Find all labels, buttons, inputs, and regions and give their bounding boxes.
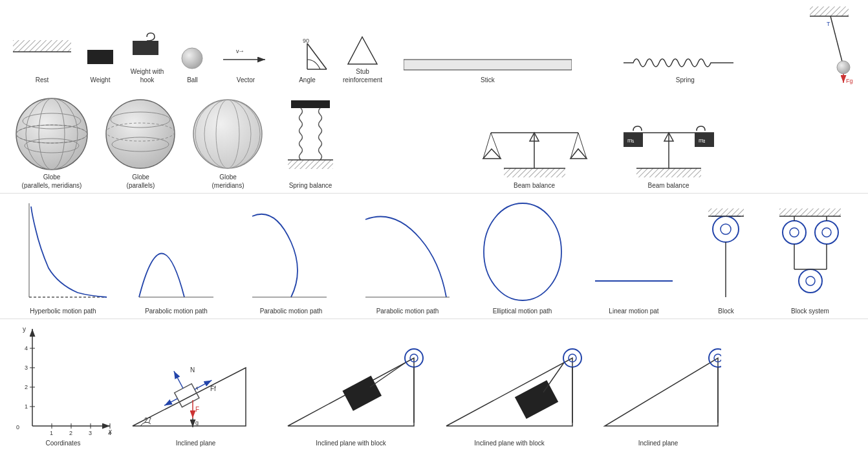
symbol-vector: → v Vector [213, 40, 278, 84]
svg-rect-85 [708, 208, 744, 216]
parabolic2-icon [239, 197, 343, 307]
svg-line-12 [307, 43, 327, 69]
symbol-ball: Ball [171, 40, 213, 84]
globe-pm-icon [13, 95, 91, 173]
svg-point-91 [790, 228, 799, 237]
weight-icon [84, 40, 116, 76]
symbol-elliptical: Elliptical motion path [466, 197, 579, 315]
parabolic2-label: Parabolic motion path [260, 307, 323, 315]
globe-p-icon [103, 95, 178, 173]
beam-balance1-icon [478, 91, 591, 181]
svg-point-5 [182, 48, 202, 69]
symbol-inclined-plane-simple: Inclined plane [589, 322, 728, 447]
beam-balance2-label: Beam balance [648, 181, 689, 190]
symbol-spring: Spring [587, 50, 784, 84]
globe-m-icon [191, 95, 265, 173]
globe-pm-label: Globe(parallels, meridians) [22, 173, 82, 190]
coordinates-icon: y x 0 1 2 3 4 1 2 3 4 [13, 322, 113, 439]
ball-label: Ball [187, 76, 198, 84]
inclined-plane-simple-label: Inclined plane [638, 439, 678, 447]
elliptical-icon [472, 197, 572, 307]
svg-line-57 [570, 133, 578, 159]
svg-text:3: 3 [25, 364, 28, 371]
svg-point-34 [106, 100, 175, 168]
svg-text:1: 1 [50, 430, 53, 436]
symbol-parabolic1: Parabolic motion path [120, 197, 233, 315]
coordinates-label: Coordinates [46, 439, 81, 447]
symbol-inclined-block2: Inclined plane with block [430, 322, 589, 447]
inclined-plane-forces-label: Inclined plane [176, 439, 216, 447]
svg-line-56 [491, 133, 501, 159]
symbol-stub: Stubreinforcement [336, 32, 389, 84]
svg-point-94 [799, 269, 822, 293]
symbol-hyperbolic: Hyperbolic motion path [6, 197, 120, 315]
svg-text:Ff: Ff [210, 385, 216, 392]
inclined-block2-label: Inclined plane with block [474, 439, 544, 447]
svg-text:Fg: Fg [846, 78, 853, 84]
symbol-weight-hook: Weight withhook [123, 32, 171, 84]
svg-text:m₂: m₂ [699, 137, 706, 144]
svg-rect-145 [342, 375, 382, 410]
beam-balance1-label: Beam balance [514, 181, 555, 190]
svg-line-130 [174, 371, 183, 388]
svg-point-155 [709, 349, 721, 367]
vector-icon: → v [220, 40, 272, 76]
svg-point-92 [815, 221, 838, 244]
svg-marker-148 [446, 358, 572, 426]
block-icon [695, 197, 757, 307]
svg-text:N: N [190, 366, 195, 374]
svg-line-135 [164, 399, 177, 406]
vector-label: Vector [237, 76, 255, 84]
symbol-coordinates: y x 0 1 2 3 4 1 2 3 4 [6, 322, 120, 447]
svg-rect-50 [504, 168, 565, 177]
svg-point-93 [822, 228, 831, 237]
svg-point-80 [721, 224, 731, 234]
inclined-block1-icon [278, 322, 424, 439]
symbol-inclined-block1: Inclined plane with block [272, 322, 430, 447]
symbol-globe-pm: Globe(parallels, meridians) [6, 95, 97, 190]
block-system-label: Block system [791, 307, 829, 315]
svg-text:F: F [195, 406, 199, 413]
symbol-beam-balance2: m₁ m₂ Beam balance [598, 91, 740, 190]
spring-icon [620, 50, 750, 76]
svg-text:y: y [23, 326, 26, 333]
symbol-spring-balance: Spring balance [272, 97, 349, 190]
linear-icon [585, 197, 682, 307]
svg-rect-43 [291, 100, 330, 108]
parabolic3-icon [356, 197, 459, 307]
svg-point-21 [837, 61, 850, 74]
globe-p-label: Globe(parallels) [127, 173, 155, 190]
symbol-weight: Weight [78, 40, 123, 84]
svg-point-90 [783, 221, 806, 244]
svg-line-146 [370, 363, 406, 387]
symbol-globe-m: Globe(meridians) [184, 95, 272, 190]
block-system-icon [770, 197, 851, 307]
symbol-rest: Rest [6, 40, 78, 84]
symbol-linear: Linear motion pat [579, 197, 689, 315]
svg-marker-13 [348, 37, 377, 64]
svg-rect-62 [636, 168, 701, 177]
ball-icon [178, 40, 207, 76]
spring-label: Spring [676, 76, 695, 84]
beam-balance2-icon: m₁ m₂ [604, 91, 733, 181]
symbol-stick: Stick [389, 53, 586, 84]
svg-text:3: 3 [89, 430, 92, 436]
svg-text:27: 27 [144, 417, 152, 424]
weight-label: Weight [91, 76, 111, 84]
weight-hook-icon [129, 32, 165, 67]
svg-point-39 [193, 100, 262, 168]
hyperbolic-icon [13, 197, 113, 307]
symbol-globe-p: Globe(parallels) [97, 95, 184, 190]
inclined-plane-simple-icon [595, 322, 721, 439]
rest-label: Rest [36, 76, 49, 84]
spring-balance-icon [278, 97, 343, 181]
svg-text:2: 2 [25, 384, 28, 390]
block-label: Block [718, 307, 733, 315]
svg-text:4: 4 [25, 345, 28, 352]
globe-m-label: Globe(meridians) [212, 173, 244, 190]
spring-balance-label: Spring balance [289, 181, 332, 190]
svg-text:1: 1 [25, 403, 28, 410]
hyperbolic-label: Hyperbolic motion path [30, 307, 96, 315]
svg-rect-88 [779, 208, 841, 216]
symbol-parabolic3: Parabolic motion path [349, 197, 466, 315]
